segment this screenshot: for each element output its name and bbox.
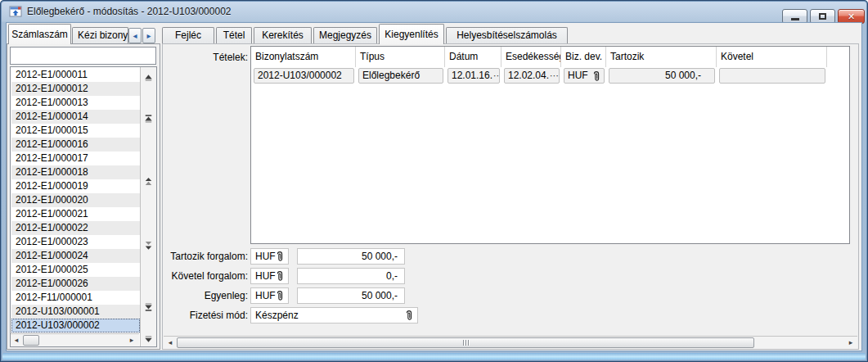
page-up-button[interactable]	[142, 176, 155, 187]
list-item[interactable]: 2012-E1/000015	[11, 124, 140, 138]
tab-scroll-left-button[interactable]: ◂	[128, 28, 142, 43]
invoice-list-panel: 2012-E1/000011 2012-E1/000012 2012-E1/00…	[7, 43, 160, 350]
arrow-right-icon: ▸	[146, 31, 151, 40]
list-item[interactable]: 2012-E1/000023	[11, 235, 140, 249]
scrollbar-grip	[465, 340, 466, 346]
tab-kezi-bizonylat[interactable]: Kézi bizonyl	[72, 27, 128, 43]
scroll-down-button[interactable]	[142, 333, 155, 344]
list-item[interactable]: 2012-U103/000001	[11, 305, 140, 319]
list-item[interactable]: 2012-E1/000016	[11, 138, 140, 152]
invoice-list-items: 2012-E1/000011 2012-E1/000012 2012-E1/00…	[11, 68, 140, 333]
title-bar[interactable]: Előlegbekérő - módosítás - 2012-U103/000…	[0, 0, 868, 23]
scroll-left-button[interactable]: ◂	[164, 337, 176, 349]
tartozik-forgalom-label: Tartozik forgalom:	[163, 248, 248, 265]
tartozik-value-field: 50 000,-	[297, 248, 405, 265]
fizetesi-mod-field[interactable]: Készpénz	[250, 307, 418, 324]
scrollbar-thumb[interactable]	[23, 335, 39, 346]
list-item-selected[interactable]: 2012-U103/000002	[11, 319, 140, 333]
list-item[interactable]: 2012-E1/000018	[11, 165, 140, 179]
list-vertical-scrollbar[interactable]	[140, 67, 156, 346]
list-item[interactable]: 2012-E1/000024	[11, 249, 140, 263]
fizetesi-mod-label: Fizetési mód:	[163, 307, 248, 324]
cell-esedekesseg[interactable]: 12.02.04.⋯	[504, 68, 560, 84]
list-item[interactable]: 2012-E1/000020	[11, 193, 140, 207]
tab-tetel[interactable]: Tétel	[216, 27, 252, 43]
list-item[interactable]: 2012-E1/000026	[11, 277, 140, 291]
scroll-left-button[interactable]: ◂	[11, 334, 22, 346]
minimize-icon	[791, 18, 799, 20]
list-item[interactable]: 2012-E1/000011	[11, 68, 140, 82]
column-header-tartozik: Tartozik	[606, 47, 717, 67]
scroll-to-bottom-button[interactable]	[142, 301, 155, 312]
attachment-icon	[276, 251, 284, 262]
list-item[interactable]: 2012-E1/000019	[11, 179, 140, 193]
date-picker-button[interactable]: ⋯	[492, 71, 500, 80]
arrow-left-icon: ◂	[133, 31, 137, 40]
column-header-filler	[827, 47, 849, 67]
cell-kovetel[interactable]	[719, 68, 825, 84]
column-header-kovetel: Követel	[717, 47, 827, 67]
scroll-up-button[interactable]	[142, 72, 155, 83]
application-window: Előlegbekérő - módosítás - 2012-U103/000…	[0, 0, 868, 362]
egyenleg-label: Egyenleg:	[163, 287, 248, 304]
scroll-to-top-button[interactable]	[142, 113, 155, 124]
list-item[interactable]: 2012-E1/000025	[11, 263, 140, 277]
tab-helyesbiteselszamolas[interactable]: Helyesbítéselszámolás	[446, 27, 568, 43]
window-content: Számlaszám Kézi bizonyl ◂ ▸ 2012-E1/0000…	[7, 23, 861, 351]
settlement-panel: Tételek: Bizonylatszám Típus Dátum Esedé…	[162, 43, 859, 350]
tartozik-currency-field[interactable]: HUF	[250, 248, 289, 265]
tab-kiegyenlites[interactable]: Kiegyenlítés	[379, 24, 444, 44]
close-icon: ✕	[848, 12, 855, 21]
attachment-icon	[276, 270, 284, 282]
column-header-esedekesseg: Esedékesség	[501, 47, 561, 67]
column-header-biz-dev: Biz. dev.	[561, 47, 606, 67]
panel-horizontal-scrollbar[interactable]: ◂ ▸	[164, 336, 857, 349]
egyenleg-currency-field[interactable]: HUF	[250, 287, 289, 304]
invoice-search-input[interactable]	[10, 47, 156, 65]
cell-tartozik[interactable]: 50 000,-	[609, 68, 715, 84]
items-label: Tételek:	[163, 49, 248, 66]
close-button[interactable]: ✕	[838, 9, 865, 24]
cell-datum[interactable]: 12.01.16.⋯	[447, 68, 500, 84]
column-header-tipus: Típus	[356, 47, 445, 67]
column-header-datum: Dátum	[445, 47, 501, 67]
kovetel-forgalom-label: Követel forgalom:	[163, 268, 248, 284]
grid-row: 2012-U103/000002 Előlegbekérő 12.01.16.⋯…	[251, 67, 849, 84]
tab-megjegyzes[interactable]: Megjegyzés	[313, 27, 377, 43]
scrollbar-grip	[463, 340, 464, 346]
tab-kerekites[interactable]: Kerekítés	[254, 27, 312, 43]
scroll-right-button[interactable]: ▸	[845, 337, 857, 349]
list-item[interactable]: 2012-E1/000021	[11, 207, 140, 221]
cell-bizonylatszam[interactable]: 2012-U103/000002	[254, 68, 354, 84]
tab-fejlec[interactable]: Fejléc	[162, 27, 214, 43]
scrollbar-thumb[interactable]	[177, 337, 754, 348]
grid-header: Bizonylatszám Típus Dátum Esedékesség Bi…	[251, 47, 849, 67]
list-item[interactable]: 2012-F11/000001	[11, 291, 140, 305]
application-icon	[9, 5, 22, 18]
scrollbar-grip	[468, 340, 469, 346]
scroll-right-button[interactable]: ▸	[126, 334, 137, 346]
list-item[interactable]: 2012-E1/000014	[11, 110, 140, 124]
list-item[interactable]: 2012-E1/000022	[11, 221, 140, 235]
attachment-icon	[405, 310, 413, 321]
list-item[interactable]: 2012-E1/000013	[11, 96, 140, 110]
list-item[interactable]: 2012-E1/000012	[11, 82, 140, 96]
cell-tipus[interactable]: Előlegbekérő	[358, 68, 443, 84]
tab-szamlaszam[interactable]: Számlaszám	[8, 24, 71, 44]
tab-scroll-right-button[interactable]: ▸	[142, 28, 155, 43]
date-picker-button[interactable]: ⋯	[549, 71, 560, 80]
kovetel-value-field: 0,-	[297, 268, 405, 284]
caption-buttons: ✕	[782, 9, 865, 24]
attachment-icon	[592, 70, 600, 82]
maximize-button[interactable]	[810, 9, 835, 24]
minimize-button[interactable]	[782, 9, 807, 24]
page-down-button[interactable]	[142, 240, 155, 251]
cell-deviza[interactable]: HUF	[564, 68, 605, 84]
invoice-list: 2012-E1/000011 2012-E1/000012 2012-E1/00…	[10, 66, 157, 347]
attachment-icon	[276, 290, 284, 301]
column-header-bizonylatszam: Bizonylatszám	[251, 47, 356, 67]
list-item[interactable]: 2012-E1/000017	[11, 152, 140, 165]
list-horizontal-scrollbar[interactable]: ◂ ▸	[11, 333, 139, 346]
kovetel-currency-field[interactable]: HUF	[250, 268, 289, 284]
egyenleg-value-field: 50 000,-	[297, 287, 405, 304]
